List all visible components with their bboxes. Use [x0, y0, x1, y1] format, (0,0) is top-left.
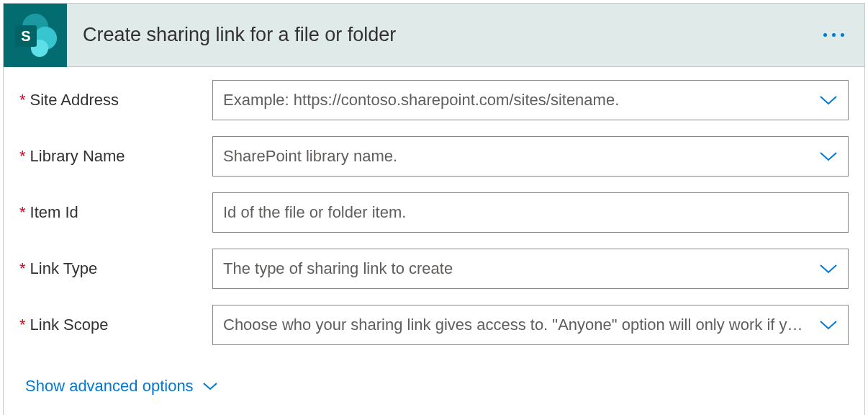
site-address-input[interactable]: [212, 80, 849, 120]
label-text: Link Scope: [30, 316, 109, 334]
action-card: S Create sharing link for a file or fold…: [3, 3, 865, 415]
field-row-site-address: * Site Address: [19, 80, 849, 120]
field-row-link-scope: * Link Scope: [19, 305, 849, 345]
label-text: Link Type: [30, 259, 98, 278]
chevron-down-icon: [819, 151, 838, 162]
item-id-input[interactable]: [212, 192, 849, 233]
sharepoint-icon: S: [4, 4, 67, 67]
field-label: * Site Address: [19, 91, 212, 110]
required-star-icon: *: [19, 91, 26, 110]
field-row-library-name: * Library Name: [19, 136, 849, 177]
ellipsis-icon: [823, 33, 827, 37]
field-input-wrap: [212, 80, 849, 120]
field-input-wrap: [212, 249, 849, 289]
field-row-item-id: * Item Id: [19, 192, 849, 233]
card-title: Create sharing link for a file or folder: [83, 24, 818, 46]
link-type-dropdown-button[interactable]: [813, 253, 844, 285]
card-header: S Create sharing link for a file or fold…: [4, 4, 864, 67]
chevron-down-icon: [202, 381, 218, 391]
field-label: * Link Scope: [19, 316, 212, 334]
required-star-icon: *: [19, 259, 26, 278]
library-name-dropdown-button[interactable]: [813, 140, 844, 172]
more-options-button[interactable]: [818, 27, 850, 43]
svg-text:S: S: [21, 28, 30, 44]
field-input-wrap: [212, 192, 849, 233]
field-input-wrap: [212, 305, 849, 345]
link-scope-input[interactable]: [212, 305, 849, 345]
form-body: * Site Address * Library Name: [4, 67, 864, 415]
required-star-icon: *: [19, 203, 26, 222]
link-scope-dropdown-button[interactable]: [813, 309, 844, 341]
site-address-dropdown-button[interactable]: [813, 84, 844, 116]
advanced-options-label: Show advanced options: [25, 377, 194, 396]
chevron-down-icon: [819, 263, 838, 275]
chevron-down-icon: [819, 319, 838, 331]
label-text: Library Name: [30, 147, 125, 166]
library-name-input[interactable]: [212, 136, 849, 177]
required-star-icon: *: [19, 316, 26, 334]
chevron-down-icon: [819, 94, 838, 106]
field-input-wrap: [212, 136, 849, 177]
field-label: * Link Type: [19, 259, 212, 278]
field-label: * Item Id: [19, 203, 212, 222]
label-text: Item Id: [30, 203, 78, 222]
field-row-link-type: * Link Type: [19, 249, 849, 289]
field-label: * Library Name: [19, 147, 212, 166]
show-advanced-options-button[interactable]: Show advanced options: [19, 361, 849, 409]
required-star-icon: *: [19, 147, 26, 166]
link-type-input[interactable]: [212, 249, 849, 289]
label-text: Site Address: [30, 91, 119, 110]
